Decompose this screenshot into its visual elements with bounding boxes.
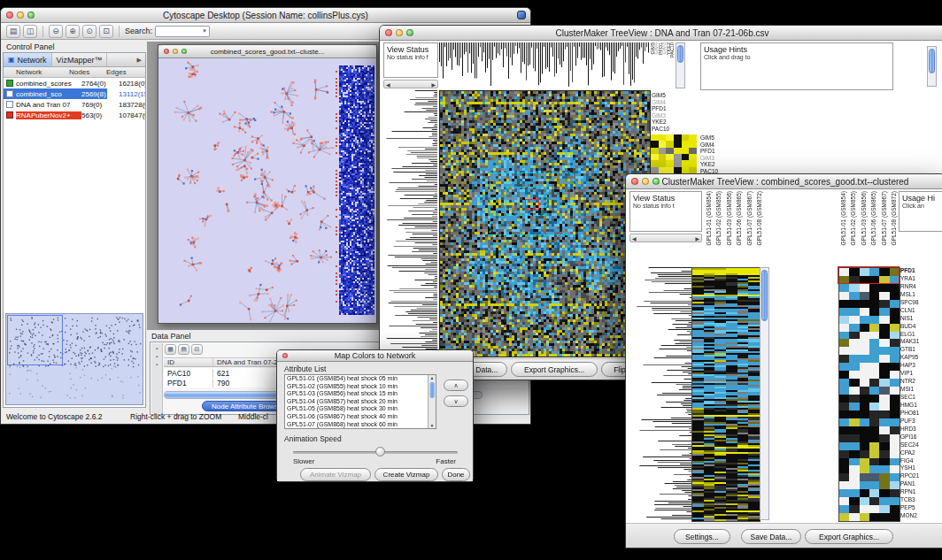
zoom-window-button[interactable] (406, 29, 413, 36)
scrollbar-thumb[interactable] (677, 45, 683, 63)
gene-label[interactable]: CLN1 (900, 307, 942, 315)
gene-label[interactable]: PFD1 (652, 105, 696, 112)
gene-label[interactable]: MSL1 (900, 291, 942, 299)
close-button[interactable] (631, 178, 638, 185)
row-dendrogram-canvas[interactable] (383, 90, 437, 356)
gene-label[interactable]: GIM3 (700, 155, 745, 162)
gene-label[interactable]: GIM3 (652, 112, 696, 119)
gene-label[interactable]: KAP95 (900, 354, 942, 362)
attribute-item[interactable]: GPL51-04 (GSM857) heat shock 20 min (285, 398, 436, 406)
zoom-heatmap-canvas[interactable] (838, 267, 900, 522)
gene-label[interactable]: GPI16 (900, 433, 942, 441)
gene-label[interactable]: PFD1 (700, 148, 745, 155)
gene-label[interactable]: SPC98 (900, 299, 942, 307)
scroll-right-icon[interactable]: ▶ (431, 81, 436, 88)
dialog-button[interactable]: Animate Vizmap (300, 468, 371, 481)
minimize-button[interactable] (17, 12, 24, 19)
treeview-button[interactable]: Export Graphics... (511, 362, 598, 377)
network-row[interactable]: RNAPuberNov2+ 563(0) 107847(0) (4, 110, 145, 120)
panel-hide-icon[interactable]: ▪ (156, 362, 158, 367)
gene-label[interactable]: PEP5 (900, 504, 942, 512)
network-row[interactable]: DNA and Tran 07 769(0) 183728(0) (4, 99, 145, 110)
attribute-item[interactable]: GPL51-07 (GSM868) heat shock 60 min (285, 421, 436, 429)
scrollbar-thumb[interactable] (761, 270, 768, 321)
animation-speed-slider[interactable] (293, 451, 458, 454)
gene-label[interactable]: RPN1 (900, 488, 942, 496)
column-label[interactable]: PAC10 (670, 42, 674, 58)
gene-label[interactable]: NIS1 (900, 315, 942, 323)
gene-label[interactable]: PHO81 (900, 410, 942, 418)
heatmap-vscrollbar[interactable] (760, 267, 769, 520)
treeview-combined-titlebar[interactable]: ClusterMaker TreeView : combined_scores_… (626, 174, 942, 189)
minimize-button[interactable] (396, 29, 403, 36)
gene-label[interactable]: MAK31 (900, 338, 942, 346)
zoom-out-icon[interactable]: ⊖ (49, 25, 63, 38)
attribute-item[interactable]: GPL51-03 (GSM856) heat shock 15 min (285, 390, 436, 398)
gene-label[interactable]: YRA1 (900, 275, 942, 283)
tab-overflow-icon[interactable]: ▶ (134, 53, 145, 66)
gene-label[interactable]: PFD1 (900, 267, 942, 275)
network-view-window[interactable]: combined_scores_good.txt--cluste... (158, 44, 377, 324)
search-input[interactable]: ▼ (155, 26, 210, 37)
gene-label[interactable]: FIG4 (900, 457, 942, 465)
gene-label[interactable]: RNR4 (900, 283, 942, 291)
zoom-selected-icon[interactable]: ⊙ (82, 25, 97, 38)
dialog-titlebar[interactable]: Map Colors to Network (277, 350, 473, 362)
close-button[interactable] (6, 12, 13, 19)
main-titlebar[interactable]: Cytoscape Desktop (Session Name: collins… (1, 8, 530, 23)
dialog-button[interactable]: Done (442, 468, 470, 481)
column-dendrogram-canvas[interactable] (439, 42, 649, 88)
zoom-window-button[interactable] (652, 178, 660, 185)
column-label[interactable]: GPL51-03 (GSM856) (859, 191, 869, 245)
column-label[interactable]: GPL51-08 (GSM872) (754, 191, 764, 245)
delete-attribute-icon[interactable]: ⊟ (191, 344, 203, 355)
attribute-item[interactable]: GPL51-06 (GSM867) heat shock 40 min (285, 413, 436, 421)
column-label[interactable]: GPL51-07 (GSM867) (745, 191, 754, 245)
zoom-window-button[interactable] (181, 49, 187, 54)
scrollbar-thumb[interactable] (929, 49, 935, 73)
zoom-fit-icon[interactable]: ⊡ (99, 25, 113, 38)
tab-network[interactable]: ▣ Network (4, 53, 52, 66)
gene-label[interactable]: SEC1 (900, 394, 942, 402)
gene-label[interactable]: YKE2 (652, 119, 696, 126)
scroll-up-icon[interactable]: ▲ (429, 375, 436, 380)
tab-vizmapper[interactable]: VizMapper™ (52, 53, 108, 66)
treeview-button[interactable]: Export Graphics... (805, 529, 893, 544)
zoom-vscrollbar[interactable] (676, 42, 685, 88)
column-label[interactable]: GPL51-08 (GSM872) (889, 191, 899, 245)
dialog-button[interactable]: Create Vizmap (374, 468, 438, 481)
gene-label[interactable]: MON2 (900, 512, 942, 520)
close-button[interactable] (164, 49, 169, 54)
treeview-dna-titlebar[interactable]: ClusterMaker TreeView : DNA and Tran 07-… (380, 26, 942, 41)
close-button[interactable] (282, 353, 288, 358)
gene-label[interactable]: GIM5 (652, 92, 696, 99)
gene-label[interactable]: TCB3 (900, 496, 942, 504)
gene-label[interactable]: PUF3 (900, 418, 942, 426)
global-heatmap-canvas[interactable] (439, 90, 651, 357)
gene-label[interactable]: RPO21 (900, 472, 942, 480)
network-view-titlebar[interactable]: combined_scores_good.txt--cluste... (158, 45, 376, 58)
gene-label[interactable]: GIM4 (652, 99, 696, 106)
gene-label[interactable]: PAN1 (900, 480, 942, 488)
column-label[interactable]: GPL51-01 (GSM854) (838, 191, 848, 245)
gene-label[interactable]: GTB1 (900, 346, 942, 354)
gene-list-vscrollbar[interactable] (927, 46, 937, 87)
gene-label[interactable]: ELG1 (900, 331, 942, 339)
select-attributes-icon[interactable]: ▦ (165, 344, 176, 355)
scroll-left-icon[interactable]: ◀ (632, 235, 637, 242)
gene-label[interactable]: YSH1 (900, 464, 942, 472)
gene-label[interactable]: BUD4 (900, 323, 942, 331)
birdseye-view[interactable] (5, 313, 143, 405)
attribute-item[interactable]: GPL51-01 (GSM854) heat shock 05 min (285, 375, 436, 383)
minimize-button[interactable] (173, 49, 178, 54)
gene-label[interactable]: SEC24 (900, 441, 942, 449)
zoom-heatmap-canvas[interactable] (651, 134, 697, 173)
attribute-item[interactable]: GPL51-05 (GSM858) heat shock 30 min (285, 405, 436, 413)
column-label[interactable]: GPL51-02 (GSM855) (848, 191, 858, 245)
column-label[interactable]: GPL51-02 (GSM855) (714, 191, 723, 245)
gene-label[interactable]: HRD3 (900, 426, 942, 433)
gene-label[interactable]: GIM4 (700, 142, 745, 149)
scroll-right-icon[interactable]: ▶ (695, 235, 699, 242)
global-heatmap-canvas[interactable] (691, 267, 761, 522)
treeview-button[interactable]: Save Data... (741, 529, 801, 544)
